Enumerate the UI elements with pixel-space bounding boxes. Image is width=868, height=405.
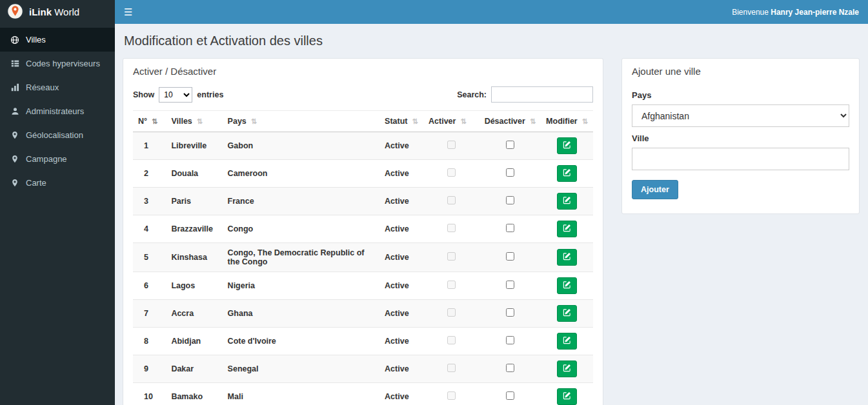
datatable-controls: Show 10 entries Search: [133,86,593,103]
cell-pays: Congo, The Democratic Republic of the Co… [223,243,379,272]
column-header-activer[interactable]: Activer⇅ [423,111,479,132]
cell-ville: Lagos [166,272,222,300]
cell-activer [423,243,479,272]
page-length-control: Show 10 entries [133,87,223,103]
edit-button[interactable] [557,165,577,182]
sidebar: VillesCodes hyperviseursRéseauxAdministr… [0,24,115,405]
cell-activer [423,132,479,160]
sidebar-item-carte[interactable]: Carte [0,171,115,195]
desactiver-checkbox[interactable] [506,308,514,317]
map-marker-icon [10,179,20,187]
cell-desactiver [479,355,541,383]
table-row: 3ParisFranceActive [133,188,593,215]
cell-numero: 5 [133,243,166,272]
page-length-select[interactable]: 10 [159,87,192,103]
activer-checkbox [447,336,456,344]
desactiver-checkbox[interactable] [506,224,514,232]
edit-button[interactable] [557,333,577,350]
edit-pencil-icon [563,308,571,319]
cell-activer [423,215,479,243]
edit-button[interactable] [557,221,577,237]
sidebar-item-geolocalisation[interactable]: Géolocalisation [0,123,115,147]
edit-button[interactable] [557,277,577,294]
villes-table-panel: Activer / Désactiver Show 10 entries Sea… [123,58,603,405]
desactiver-checkbox[interactable] [506,196,514,204]
sort-icon: ⇅ [251,117,257,125]
edit-pencil-icon [563,281,571,291]
sidebar-item-campagne[interactable]: Campagne [0,147,115,171]
sort-icon: ⇅ [530,117,536,125]
cell-statut: Active [379,272,423,300]
sidebar-item-administrateurs[interactable]: Administrateurs [0,99,115,123]
cell-activer [423,188,479,215]
desactiver-checkbox[interactable] [506,281,514,289]
column-header-numero[interactable]: N°⇅ [133,111,166,132]
brand[interactable]: iLink World [0,0,115,24]
globe-icon [10,35,20,44]
sidebar-item-reseaux[interactable]: Réseaux [0,75,115,99]
edit-button[interactable] [557,137,577,154]
cell-pays: Ghana [223,300,379,328]
desactiver-checkbox[interactable] [506,364,514,372]
cell-numero: 4 [133,215,166,243]
ville-input[interactable] [632,148,849,170]
column-header-modifier[interactable]: Modifier⇅ [541,111,593,132]
edit-button[interactable] [557,388,577,405]
sidebar-toggle-button[interactable]: ☰ [124,7,132,17]
cell-numero: 3 [133,188,166,215]
cell-numero: 2 [133,160,166,188]
cell-ville: Bamako [166,383,222,405]
sidebar-item-villes[interactable]: Villes [0,28,115,52]
edit-pencil-icon [563,196,571,206]
sort-icon: ⇅ [412,117,418,125]
app-root: iLink World ☰ Bienvenue Hanry Jean-pierr… [0,0,868,405]
cell-ville: Accra [166,300,222,328]
sidebar-item-codes-hyperviseurs[interactable]: Codes hyperviseurs [0,52,115,75]
table-panel-title: Activer / Désactiver [123,59,603,83]
edit-button[interactable] [557,361,577,377]
list-icon [10,59,20,68]
edit-button[interactable] [557,193,577,210]
cell-pays: Cote d'Ivoire [223,328,379,355]
desactiver-checkbox[interactable] [506,141,514,149]
cell-activer [423,300,479,328]
table-body: 1LibrevilleGabonActive2DoualaCameroonAct… [133,132,593,405]
search-input[interactable] [491,86,593,103]
cell-statut: Active [379,300,423,328]
ajouter-button[interactable]: Ajouter [632,180,678,199]
topbar-main: ☰ Bienvenue Hanry Jean-pierre Nzale [115,0,868,24]
app-logo-icon [6,3,24,22]
column-header-villes[interactable]: Villes⇅ [166,111,222,132]
cell-modifier [541,215,593,243]
activer-checkbox [447,308,456,317]
edit-button[interactable] [557,249,577,266]
topbar: iLink World ☰ Bienvenue Hanry Jean-pierr… [0,0,868,24]
cell-desactiver [479,243,541,272]
desactiver-checkbox[interactable] [506,391,514,400]
desactiver-checkbox[interactable] [506,252,514,261]
cell-statut: Active [379,328,423,355]
cell-activer [423,160,479,188]
entries-label: entries [197,90,223,99]
cell-statut: Active [379,355,423,383]
map-marker-icon [10,155,20,163]
sort-icon: ⇅ [460,117,466,125]
column-header-pays[interactable]: Pays⇅ [223,111,379,132]
pays-select[interactable]: Afghanistan [632,104,849,127]
table-row: 9DakarSenegalActive [133,355,593,383]
cell-desactiver [479,272,541,300]
column-header-desactiver[interactable]: Désactiver⇅ [479,111,541,132]
column-header-statut[interactable]: Statut⇅ [379,111,423,132]
show-label: Show [133,90,154,99]
desactiver-checkbox[interactable] [506,168,514,177]
desactiver-checkbox[interactable] [506,336,514,344]
page-title: Modification et Activation des villes [124,34,860,48]
cell-statut: Active [379,243,423,272]
edit-button[interactable] [557,305,577,322]
cell-desactiver [479,328,541,355]
cell-desactiver [479,160,541,188]
cell-ville: Libreville [166,132,222,160]
sidebar-item-label: Villes [26,35,46,44]
cell-pays: Cameroon [223,160,379,188]
cell-desactiver [479,188,541,215]
